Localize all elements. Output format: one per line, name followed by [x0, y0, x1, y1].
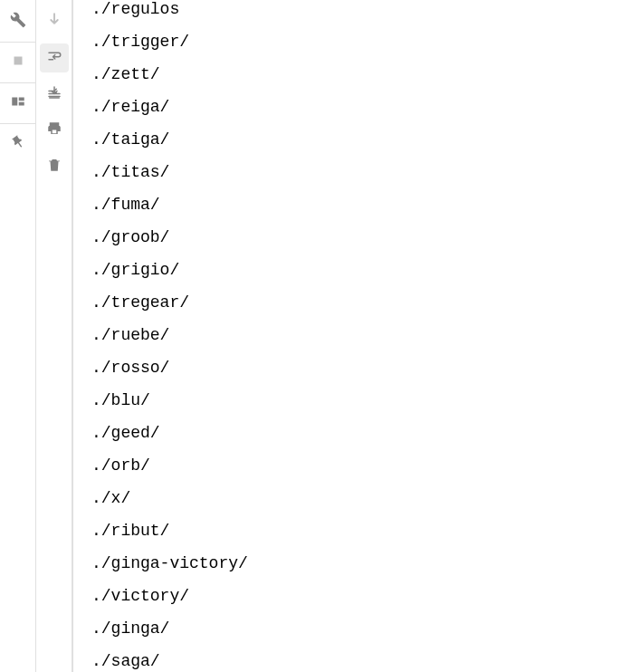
layout-button[interactable] — [4, 89, 33, 118]
output-line: ./tregear/ — [91, 286, 641, 319]
output-line: ./regulos — [91, 0, 641, 25]
output-line: ./titas/ — [91, 156, 641, 188]
svg-rect-0 — [14, 57, 22, 65]
toolbar-secondary — [36, 0, 72, 672]
terminal-output[interactable]: ./regulos./trigger/./zett/./reiga/./taig… — [91, 0, 641, 672]
scroll-to-end-button[interactable] — [40, 80, 69, 109]
stop-icon — [10, 53, 26, 72]
wrap-icon — [46, 48, 62, 68]
output-panel: ./regulos./trigger/./zett/./reiga/./taig… — [72, 0, 641, 672]
svg-rect-1 — [12, 98, 17, 106]
output-line: ./reiga/ — [91, 91, 641, 123]
output-line: ./trigger/ — [91, 25, 641, 58]
svg-rect-3 — [18, 102, 24, 106]
pin-button[interactable] — [4, 130, 33, 158]
arrow-down-icon — [46, 12, 62, 32]
wrench-icon — [10, 12, 26, 32]
output-line: ./ginga-victory/ — [91, 547, 641, 580]
layout-icon — [10, 93, 26, 113]
pin-icon — [10, 134, 26, 154]
soft-wrap-button[interactable] — [40, 43, 69, 72]
app-root: ./regulos./trigger/./zett/./reiga/./taig… — [0, 0, 641, 672]
scroll-to-end-icon — [46, 84, 62, 104]
stop-button[interactable] — [4, 48, 33, 77]
output-line: ./grigio/ — [91, 254, 641, 286]
output-line: ./x/ — [91, 482, 641, 514]
trash-button[interactable] — [40, 152, 69, 181]
wrench-button[interactable] — [4, 7, 33, 36]
output-line: ./fuma/ — [91, 188, 641, 221]
output-line: ./rosso/ — [91, 351, 641, 384]
output-line: ./taiga/ — [91, 123, 641, 156]
print-button[interactable] — [40, 116, 69, 145]
output-line: ./ruebe/ — [91, 319, 641, 351]
divider — [0, 42, 35, 43]
print-icon — [46, 120, 62, 140]
output-line: ./geed/ — [91, 417, 641, 449]
output-line: ./orb/ — [91, 449, 641, 482]
arrow-down-button[interactable] — [40, 7, 69, 36]
output-line: ./ribut/ — [91, 514, 641, 547]
output-line: ./groob/ — [91, 221, 641, 254]
output-line: ./zett/ — [91, 58, 641, 91]
toolbar-primary — [0, 0, 36, 672]
svg-rect-2 — [18, 98, 24, 101]
trash-icon — [46, 157, 62, 177]
divider — [0, 82, 35, 83]
output-line: ./victory/ — [91, 580, 641, 612]
output-line: ./saga/ — [91, 645, 641, 672]
divider — [0, 123, 35, 124]
output-line: ./blu/ — [91, 384, 641, 417]
output-line: ./ginga/ — [91, 612, 641, 645]
